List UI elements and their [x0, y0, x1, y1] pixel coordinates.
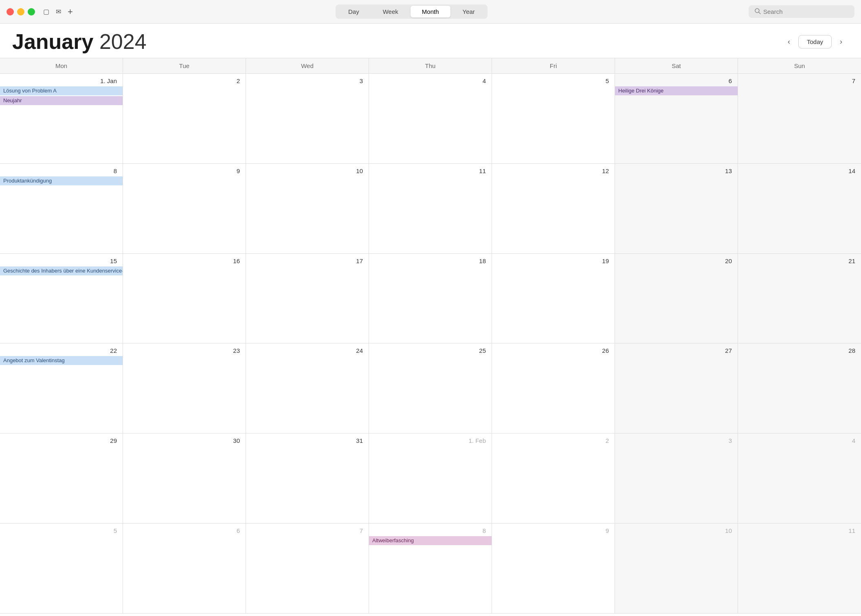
- next-month-button[interactable]: ›: [833, 34, 849, 49]
- calendar-cell[interactable]: 25: [369, 343, 492, 433]
- calendar-cell[interactable]: 3: [246, 74, 369, 164]
- calendar-cell[interactable]: 8Produktankündigung: [0, 164, 123, 254]
- svg-line-1: [759, 12, 760, 14]
- month-name: January: [12, 30, 93, 53]
- day-number: 28: [738, 345, 861, 355]
- tab-year[interactable]: Year: [451, 6, 486, 18]
- calendar-cell[interactable]: 6: [123, 524, 246, 614]
- calendar-cell[interactable]: 5: [0, 524, 123, 614]
- calendar-cell[interactable]: 28: [738, 343, 861, 433]
- month-title: January 2024: [12, 31, 147, 52]
- day-number: 7: [738, 75, 861, 86]
- day-number: 2: [492, 435, 615, 445]
- day-number: 11: [738, 525, 861, 535]
- calendar-cell[interactable]: 20: [615, 254, 738, 344]
- minimize-button[interactable]: [17, 8, 24, 15]
- calendar-cell[interactable]: 22Angebot zum Valentinstag: [0, 343, 123, 433]
- calendar-cell[interactable]: 4: [738, 433, 861, 524]
- day-number: 23: [123, 345, 246, 355]
- day-number: 17: [246, 255, 369, 266]
- day-number: 1. Feb: [369, 435, 492, 445]
- prev-month-button[interactable]: ‹: [781, 34, 797, 49]
- calendar-cell[interactable]: 11: [738, 524, 861, 614]
- calendar-cell[interactable]: 31: [246, 433, 369, 524]
- day-number: 8: [0, 165, 123, 176]
- calendar-cell[interactable]: 29: [0, 433, 123, 524]
- calendar-cell[interactable]: 23: [123, 343, 246, 433]
- calendar-cell[interactable]: 2: [492, 433, 615, 524]
- day-number: 30: [123, 435, 246, 445]
- calendar-cell[interactable]: 30: [123, 433, 246, 524]
- tab-week[interactable]: Week: [371, 6, 410, 18]
- calendar-cell[interactable]: 5: [492, 74, 615, 164]
- day-number: 29: [0, 435, 123, 445]
- fullscreen-button[interactable]: [28, 8, 35, 15]
- calendar-cell[interactable]: 21: [738, 254, 861, 344]
- calendar-cell[interactable]: 1. Feb: [369, 433, 492, 524]
- mail-icon[interactable]: ✉: [56, 8, 61, 15]
- day-number: 6: [615, 75, 738, 86]
- calendar-cell[interactable]: 10: [246, 164, 369, 254]
- day-number: 21: [738, 255, 861, 266]
- calendar-cell[interactable]: 16: [123, 254, 246, 344]
- view-tabs: Day Week Month Year: [336, 4, 488, 19]
- calendar-cell[interactable]: 24: [246, 343, 369, 433]
- day-header-sun: Sun: [738, 58, 861, 73]
- day-number: 10: [615, 525, 738, 535]
- day-number: 15: [0, 255, 123, 266]
- calendar-cell[interactable]: 11: [369, 164, 492, 254]
- calendar: Mon Tue Wed Thu Fri Sat Sun 1. JanLösung…: [0, 58, 861, 614]
- calendar-cell[interactable]: 1. JanLösung von Problem ANeujahr: [0, 74, 123, 164]
- day-number: 4: [369, 75, 492, 86]
- calendar-cell[interactable]: 9: [492, 524, 615, 614]
- calendar-cell[interactable]: 10: [615, 524, 738, 614]
- calendar-cell[interactable]: 27: [615, 343, 738, 433]
- calendar-cell[interactable]: 17: [246, 254, 369, 344]
- day-number: 22: [0, 345, 123, 355]
- day-number: 6: [123, 525, 246, 535]
- day-number: 25: [369, 345, 492, 355]
- calendar-event[interactable]: Geschichte des Inhabers über eine Kunden…: [0, 266, 123, 275]
- calendar-cell[interactable]: 4: [369, 74, 492, 164]
- calendar-event[interactable]: Altweiberfasching: [369, 536, 492, 545]
- calendar-cell[interactable]: 18: [369, 254, 492, 344]
- day-number: 13: [615, 165, 738, 176]
- day-number: 19: [492, 255, 615, 266]
- calendar-cell[interactable]: 2: [123, 74, 246, 164]
- day-header-fri: Fri: [492, 58, 615, 73]
- sidebar-toggle-icon[interactable]: ▢: [43, 8, 49, 15]
- search-icon: [754, 8, 761, 15]
- calendar-cell[interactable]: 15Geschichte des Inhabers über eine Kund…: [0, 254, 123, 344]
- calendar-event[interactable]: Neujahr: [0, 96, 123, 105]
- day-number: 11: [369, 165, 492, 176]
- calendar-cell[interactable]: 7: [738, 74, 861, 164]
- tab-month[interactable]: Month: [411, 6, 450, 18]
- calendar-cell[interactable]: 14: [738, 164, 861, 254]
- calendar-event[interactable]: Heilige Drei Könige: [615, 86, 738, 95]
- today-button[interactable]: Today: [798, 35, 832, 48]
- calendar-event[interactable]: Angebot zum Valentinstag: [0, 356, 123, 365]
- calendar-cell[interactable]: 12: [492, 164, 615, 254]
- search-input[interactable]: [763, 8, 845, 15]
- titlebar: ▢ ✉ + Day Week Month Year: [0, 0, 861, 24]
- calendar-cell[interactable]: 9: [123, 164, 246, 254]
- day-number: 18: [369, 255, 492, 266]
- calendar-event[interactable]: Produktankündigung: [0, 176, 123, 185]
- day-number: 10: [246, 165, 369, 176]
- calendar-cell[interactable]: 8Altweiberfasching: [369, 524, 492, 614]
- add-button[interactable]: +: [66, 7, 75, 17]
- calendar-cell[interactable]: 6Heilige Drei Könige: [615, 74, 738, 164]
- close-button[interactable]: [7, 8, 14, 15]
- calendar-cell[interactable]: 13: [615, 164, 738, 254]
- calendar-cell[interactable]: 7: [246, 524, 369, 614]
- calendar-cell[interactable]: 26: [492, 343, 615, 433]
- calendar-cell[interactable]: 19: [492, 254, 615, 344]
- tab-day[interactable]: Day: [337, 6, 371, 18]
- day-number: 4: [738, 435, 861, 445]
- day-header-wed: Wed: [246, 58, 369, 73]
- calendar-event[interactable]: Lösung von Problem A: [0, 86, 123, 95]
- calendar-cell[interactable]: 3: [615, 433, 738, 524]
- day-number: 26: [492, 345, 615, 355]
- day-number: 24: [246, 345, 369, 355]
- day-number: 12: [492, 165, 615, 176]
